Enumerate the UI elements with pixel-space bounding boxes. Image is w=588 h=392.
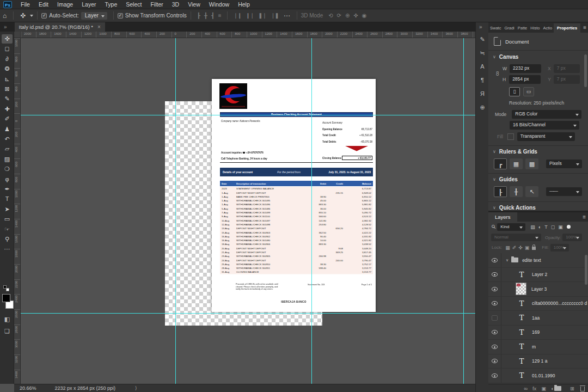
rulers-toggle-icon[interactable]: ┏ <box>494 158 507 169</box>
pen-tool[interactable]: ✒ <box>2 185 13 194</box>
horizontal-guide[interactable] <box>21 313 475 314</box>
scrollbar[interactable] <box>585 255 587 285</box>
menu-3d[interactable]: 3D <box>168 0 183 9</box>
3d-roll-icon[interactable]: ⟳ <box>335 13 343 19</box>
collapse-toolbar-icon[interactable]: » <box>4 24 7 30</box>
document-tab[interactable]: Italy id.psd @ 20.7% (RGB/16) * × <box>15 22 105 32</box>
character-panel-icon[interactable]: A <box>477 62 487 71</box>
chevron-down-icon[interactable]: ∨ <box>506 258 509 262</box>
scrollbar[interactable] <box>584 54 587 87</box>
add-mask-icon[interactable]: ▣ <box>541 385 546 391</box>
layer-row[interactable]: TLayer 2 <box>488 268 588 283</box>
pixel-layers-filter-icon[interactable]: ▨ <box>530 224 535 230</box>
canvas-height-field[interactable]: 2854 px <box>509 75 541 84</box>
layer-row[interactable]: T129 1 a <box>488 354 588 369</box>
menu-help[interactable]: Help <box>234 0 254 9</box>
rectangular-marquee-tool[interactable]: ◻ <box>2 44 13 53</box>
layer-row[interactable]: Layer 3 <box>488 282 588 297</box>
filter-toggle[interactable] <box>567 225 571 229</box>
portrait-orientation-button[interactable]: ▯ <box>509 87 520 96</box>
grid-toggle-icon[interactable]: ▦ <box>510 158 523 169</box>
blend-mode-dropdown[interactable]: Normal <box>491 234 541 241</box>
libraries-panel-icon[interactable]: ⊕ <box>477 102 487 112</box>
horizontal-guide[interactable] <box>21 115 475 115</box>
3d-slide-icon[interactable]: ✜ <box>351 13 359 19</box>
visibility-toggle[interactable] <box>488 369 501 383</box>
distribute-right-icon[interactable]: ❚❘ <box>256 13 268 19</box>
crop-tool[interactable]: ⊾ <box>2 75 13 84</box>
align-top-icon[interactable]: ≡ <box>216 13 223 19</box>
paragraph-panel-icon[interactable]: ¶ <box>477 75 487 85</box>
panel-tab-patte[interactable]: Patte <box>516 23 529 33</box>
rulers-grids-section-header[interactable]: Rulers & Grids <box>499 149 537 155</box>
vertical-guide[interactable] <box>311 38 312 384</box>
distribute-center-icon[interactable]: ❙❘ <box>243 13 256 19</box>
zoom-tool[interactable]: ⚲ <box>2 235 13 244</box>
hand-tool[interactable]: ☞ <box>2 225 13 234</box>
panel-tab-gradi[interactable]: Gradi <box>503 23 516 33</box>
align-center-horizontal-icon[interactable]: ╂ <box>202 13 209 19</box>
layer-fill-field[interactable]: 100% <box>550 244 569 252</box>
brush-settings-icon[interactable]: ✎ <box>477 34 487 44</box>
quick-mask-button[interactable]: ◧ <box>2 315 12 323</box>
clear-guides-icon[interactable]: ↖ <box>525 186 538 197</box>
menu-filter[interactable]: Filter <box>146 0 167 9</box>
current-tool-icon[interactable]: ✜ <box>17 12 28 20</box>
guide-layout-icon[interactable]: ╂ <box>510 186 523 197</box>
type-layers-filter-icon[interactable]: T <box>544 224 548 230</box>
vertical-guide[interactable] <box>463 38 464 384</box>
align-right-icon[interactable]: ┨ <box>209 13 216 19</box>
color-mode-dropdown[interactable]: RGB Color <box>512 110 581 119</box>
ruler-corner[interactable] <box>14 32 21 38</box>
layers-tab[interactable]: Layers <box>488 212 517 222</box>
auto-select-target-dropdown[interactable]: Layer <box>81 12 107 20</box>
lock-all-icon[interactable] <box>532 247 536 250</box>
visibility-toggle[interactable] <box>488 354 501 369</box>
layer-row[interactable]: ∨edite text <box>488 253 588 268</box>
zoom-level-field[interactable]: 20.66% <box>20 385 36 391</box>
pixel-grid-toggle-icon[interactable]: ▩ <box>525 158 538 169</box>
align-left-icon[interactable]: ┠ <box>195 13 202 19</box>
canvas-section-header[interactable]: Canvas <box>499 54 519 60</box>
distribute-spacing-icon[interactable]: ❘❚ <box>268 13 281 19</box>
guide-style-dropdown[interactable]: —— <box>546 187 582 196</box>
panel-tab-swatc[interactable]: Swatc <box>488 23 503 33</box>
lock-pixels-icon[interactable]: ✐ <box>512 245 517 250</box>
visibility-toggle[interactable] <box>488 340 501 354</box>
delete-layer-icon[interactable] <box>580 387 585 391</box>
panel-menu-icon[interactable]: ≡ <box>583 24 586 30</box>
opacity-field[interactable]: 100% <box>562 234 582 241</box>
menu-type[interactable]: Type <box>100 0 121 9</box>
panel-tab-actio[interactable]: Actio <box>541 23 554 33</box>
lock-artboard-icon[interactable]: ▣ <box>525 245 530 250</box>
fill-dropdown[interactable]: Transparent <box>517 132 575 141</box>
quick-selection-tool[interactable]: ❂ <box>2 64 13 74</box>
landscape-orientation-button[interactable]: ▭ <box>523 87 534 96</box>
panel-menu-icon[interactable]: ≡ <box>583 214 586 220</box>
visibility-toggle[interactable] <box>488 326 501 340</box>
visibility-toggle[interactable] <box>488 311 501 325</box>
quick-actions-section-header[interactable]: Quick Actions <box>499 205 536 211</box>
canvas-area[interactable]: Business Checking Account Statement Comp… <box>21 38 475 384</box>
adjustment-layers-filter-icon[interactable]: ◐ <box>538 224 541 230</box>
layer-row[interactable]: T169 <box>488 326 588 340</box>
eyedropper-tool[interactable]: ✎ <box>2 94 13 103</box>
panel-tab-histo[interactable]: Histo <box>529 23 541 33</box>
menu-edit[interactable]: Edit <box>34 0 53 9</box>
expand-panels-icon[interactable]: » <box>479 24 482 30</box>
menu-file[interactable]: File <box>16 0 34 9</box>
shape-tool[interactable]: ▭ <box>2 215 13 224</box>
guides-section-header[interactable]: Guides <box>499 176 518 182</box>
chevron-down-icon[interactable]: ∨ <box>493 205 496 210</box>
visibility-toggle[interactable] <box>488 282 501 296</box>
layer-row[interactable]: Tcilta0000000...cccccccc0 d <box>488 297 588 311</box>
vertical-ruler[interactable]: 1000800600400200020040060080010001200140… <box>14 38 21 384</box>
units-dropdown[interactable]: Pixels <box>546 160 582 168</box>
clone-stamp-tool[interactable]: ♟ <box>2 125 13 134</box>
layer-row[interactable]: Tm <box>488 340 588 354</box>
brush-tool[interactable]: ✐ <box>2 114 13 124</box>
type-tool[interactable]: T <box>2 194 13 204</box>
link-layers-icon[interactable]: ∞ <box>524 385 528 391</box>
layer-effects-icon[interactable]: fx <box>532 385 536 391</box>
auto-select-checkbox[interactable]: ✓ <box>41 13 47 19</box>
